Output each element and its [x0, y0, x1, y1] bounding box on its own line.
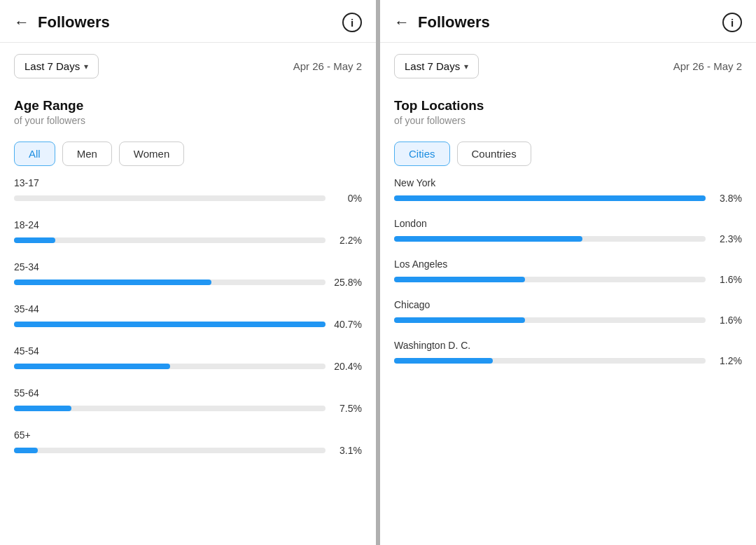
location-bar-fill [394, 358, 493, 364]
age-bar-track: 7.5% [14, 403, 362, 414]
age-bar-track: 0% [14, 193, 362, 204]
age-bar-pct: 0% [332, 193, 362, 204]
age-label: 25-34 [14, 261, 362, 272]
location-bar-fill [394, 317, 525, 323]
right-filter-row: Last 7 Days ▾ Apr 26 - May 2 [380, 43, 756, 85]
location-bar-row: Washington D. C. 1.2% [394, 340, 742, 366]
location-label: Chicago [394, 299, 742, 310]
right-chart-area: New York 3.8% London 2.3% Los Angeles [380, 177, 756, 545]
right-back-button[interactable]: ← [394, 13, 410, 32]
left-date-dropdown[interactable]: Last 7 Days ▾ [14, 54, 99, 78]
tab-men[interactable]: Men [62, 142, 112, 166]
age-bar-row: 13-17 0% [14, 177, 362, 204]
location-bar-row: Chicago 1.6% [394, 299, 742, 326]
right-section-title: Top Locations [380, 85, 756, 115]
age-bar-bg [14, 237, 326, 243]
right-tab-row: Cities Countries [380, 136, 756, 177]
left-date-range: Apr 26 - May 2 [293, 60, 362, 72]
location-bar-pct: 2.3% [713, 233, 742, 244]
right-section-subtitle: of your followers [380, 115, 756, 136]
location-bar-row: New York 3.8% [394, 177, 742, 204]
location-bar-fill [394, 277, 525, 282]
age-bar-track: 2.2% [14, 235, 362, 246]
left-back-button[interactable]: ← [14, 13, 29, 32]
right-chevron-icon: ▾ [464, 62, 468, 71]
location-bar-fill [394, 236, 582, 242]
left-filter-row: Last 7 Days ▾ Apr 26 - May 2 [0, 43, 376, 85]
location-bar-row: Los Angeles 1.6% [394, 258, 742, 285]
right-info-button[interactable]: i [722, 13, 742, 32]
age-label: 35-44 [14, 303, 362, 315]
age-label: 18-24 [14, 219, 362, 230]
age-bar-track: 20.4% [14, 361, 362, 372]
age-bar-track: 3.1% [14, 445, 362, 456]
age-bar-track: 40.7% [14, 319, 362, 330]
location-bar-track: 1.6% [394, 274, 742, 285]
left-chart-area: 13-17 0% 18-24 2.2% 25-34 25.8% [0, 177, 376, 545]
left-dropdown-label: Last 7 Days [24, 60, 80, 72]
location-bar-bg [394, 358, 706, 364]
age-bar-fill [14, 237, 55, 243]
right-date-range: Apr 26 - May 2 [673, 60, 742, 72]
age-bar-fill [14, 448, 38, 453]
age-bar-row: 65+ 3.1% [14, 429, 362, 456]
age-bar-pct: 3.1% [332, 445, 362, 456]
age-label: 55-64 [14, 387, 362, 399]
left-info-button[interactable]: i [342, 13, 362, 32]
age-bar-pct: 7.5% [332, 403, 362, 414]
location-bar-bg [394, 236, 706, 242]
location-bar-fill [394, 195, 706, 201]
age-bar-fill [14, 406, 71, 411]
age-bar-fill [14, 322, 326, 327]
left-header: ← Followers i [0, 0, 376, 43]
location-bar-track: 3.8% [394, 193, 742, 204]
location-bar-track: 1.2% [394, 355, 742, 366]
age-bar-row: 25-34 25.8% [14, 261, 362, 288]
age-bar-bg [14, 322, 326, 327]
age-bar-bg [14, 195, 326, 201]
age-label: 13-17 [14, 177, 362, 188]
left-tab-row: All Men Women [0, 136, 376, 177]
tab-countries[interactable]: Countries [457, 142, 531, 166]
location-label: London [394, 218, 742, 229]
left-panel: ← Followers i Last 7 Days ▾ Apr 26 - May… [0, 0, 380, 545]
location-bar-bg [394, 277, 706, 282]
age-bar-bg [14, 448, 326, 453]
location-bar-pct: 1.6% [713, 274, 742, 285]
left-section-subtitle: of your followers [0, 115, 376, 136]
age-bar-fill [14, 280, 211, 285]
age-bar-row: 55-64 7.5% [14, 387, 362, 414]
location-bar-pct: 3.8% [713, 193, 742, 204]
age-bar-row: 45-54 20.4% [14, 345, 362, 372]
age-bar-bg [14, 280, 326, 285]
age-bar-pct: 25.8% [332, 277, 362, 288]
left-title: Followers [38, 13, 342, 32]
location-bar-pct: 1.6% [713, 315, 742, 326]
location-bar-row: London 2.3% [394, 218, 742, 244]
right-header: ← Followers i [380, 0, 756, 43]
age-label: 45-54 [14, 345, 362, 357]
location-bar-bg [394, 317, 706, 323]
right-panel: ← Followers i Last 7 Days ▾ Apr 26 - May… [380, 0, 756, 545]
right-title: Followers [418, 13, 722, 32]
right-dropdown-label: Last 7 Days [405, 60, 460, 72]
location-bar-pct: 1.2% [713, 355, 742, 366]
tab-cities[interactable]: Cities [394, 142, 450, 166]
left-section-title: Age Range [0, 85, 376, 115]
age-bar-track: 25.8% [14, 277, 362, 288]
location-label: Los Angeles [394, 258, 742, 270]
age-bar-bg [14, 406, 326, 411]
location-label: Washington D. C. [394, 340, 742, 351]
age-bar-row: 35-44 40.7% [14, 303, 362, 330]
age-bar-pct: 20.4% [332, 361, 362, 372]
location-bar-track: 2.3% [394, 233, 742, 244]
age-bar-pct: 2.2% [332, 235, 362, 246]
age-bar-bg [14, 364, 326, 369]
tab-all[interactable]: All [14, 142, 55, 166]
age-bar-pct: 40.7% [332, 319, 362, 330]
right-date-dropdown[interactable]: Last 7 Days ▾ [394, 54, 479, 78]
location-bar-track: 1.6% [394, 315, 742, 326]
tab-women[interactable]: Women [119, 142, 184, 166]
left-chevron-icon: ▾ [84, 62, 88, 71]
age-bar-fill [14, 364, 170, 369]
